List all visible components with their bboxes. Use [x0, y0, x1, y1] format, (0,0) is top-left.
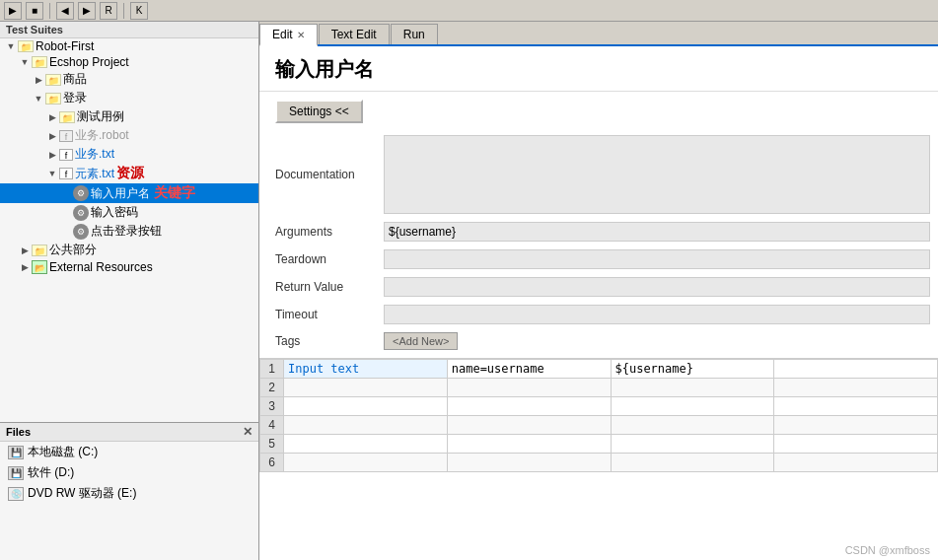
- tree-item-login[interactable]: ▼ 📁 登录: [0, 89, 258, 107]
- tree-item-business-robot[interactable]: ▶ f 业务.robot: [0, 126, 258, 145]
- kw-cell-4-1[interactable]: [284, 416, 448, 435]
- kw-cell-5-1[interactable]: [284, 435, 448, 454]
- drive-item-c[interactable]: 💾 本地磁盘 (C:): [0, 442, 258, 462]
- kw-cell-1-3[interactable]: ${username}: [611, 360, 774, 379]
- toolbar-btn-4[interactable]: ▶: [78, 2, 96, 20]
- toolbar-btn-5[interactable]: R: [100, 2, 117, 20]
- settings-button[interactable]: Settings <<: [275, 100, 363, 123]
- expand-business-txt[interactable]: ▶: [45, 148, 59, 162]
- tree-item-test-case[interactable]: ▶ 📁 测试用例: [0, 107, 258, 126]
- kw-cell-3-2[interactable]: [447, 397, 611, 416]
- drive-icon-e: 💿: [8, 487, 24, 501]
- kw-cell-6-4[interactable]: [774, 454, 938, 472]
- toolbar-btn-2[interactable]: ■: [26, 2, 43, 20]
- tree-item-input-password[interactable]: ⚙ 输入密码: [0, 203, 258, 222]
- kw-cell-6-2[interactable]: [447, 454, 611, 472]
- kw-cell-1-4[interactable]: [774, 360, 938, 379]
- timeout-input[interactable]: [384, 305, 930, 324]
- add-new-button[interactable]: <Add New>: [384, 332, 458, 350]
- files-title: Files: [6, 426, 31, 438]
- drive-item-e[interactable]: 💿 DVD RW 驱动器 (E:): [0, 483, 258, 504]
- row-num-4: 4: [260, 416, 284, 435]
- tree-item-business-txt[interactable]: ▶ f 业务.txt: [0, 145, 258, 164]
- tree-item-ecshop[interactable]: ▼ 📁 Ecshop Project: [0, 54, 258, 70]
- expand-elements-txt[interactable]: ▼: [45, 167, 59, 180]
- kw-cell-3-3[interactable]: [611, 397, 774, 416]
- tree-item-click-login[interactable]: ⚙ 点击登录按钮: [0, 222, 258, 241]
- kw-cell-3-1[interactable]: [284, 397, 448, 416]
- expand-business-robot[interactable]: ▶: [45, 129, 59, 143]
- kw-cell-1-1[interactable]: Input text: [284, 360, 448, 379]
- toolbar-btn-6[interactable]: K: [130, 2, 148, 20]
- tab-run[interactable]: Run: [391, 24, 438, 44]
- teardown-input[interactable]: [384, 249, 930, 269]
- toolbar: ▶ ■ ◀ ▶ R K: [0, 0, 938, 22]
- expand-external[interactable]: ▶: [18, 260, 32, 274]
- tree-item-elements-txt[interactable]: ▼ f 元素.txt 资源: [0, 164, 258, 183]
- files-header: Files ✕: [0, 423, 258, 442]
- files-section: Files ✕ 💾 本地磁盘 (C:) 💾 软件 (D:) 💿 DVD RW 驱…: [0, 422, 258, 560]
- file-icon-robot: f: [59, 130, 73, 142]
- keyword-badge-username: 关键字: [154, 184, 195, 202]
- gear-icon-password: ⚙: [73, 205, 89, 221]
- tree-label-ecshop: Ecshop Project: [49, 55, 129, 69]
- kw-cell-4-2[interactable]: [447, 416, 611, 435]
- tree-label-login: 登录: [63, 90, 87, 106]
- expand-ecshop[interactable]: ▼: [18, 55, 32, 69]
- tab-text-edit[interactable]: Text Edit: [319, 24, 390, 44]
- drive-item-d[interactable]: 💾 软件 (D:): [0, 462, 258, 483]
- tab-text-edit-label: Text Edit: [331, 28, 377, 41]
- drive-icon-c: 💾: [8, 446, 24, 459]
- form-row-timeout: Timeout: [259, 301, 938, 328]
- expand-input-password[interactable]: [59, 206, 73, 220]
- kw-cell-2-2[interactable]: [447, 379, 611, 397]
- kw-cell-2-3[interactable]: [611, 379, 774, 397]
- kw-table-row-3: 3: [260, 397, 938, 416]
- arguments-input[interactable]: [384, 222, 930, 242]
- expand-click-login[interactable]: [59, 225, 73, 239]
- documentation-input[interactable]: [384, 135, 930, 214]
- expand-robot-first[interactable]: ▼: [4, 39, 18, 53]
- kw-cell-2-1[interactable]: [284, 379, 448, 397]
- file-icon-txt: f: [59, 149, 73, 161]
- kw-cell-5-4[interactable]: [774, 435, 938, 454]
- toolbar-btn-1[interactable]: ▶: [4, 2, 22, 20]
- gear-icon-username: ⚙: [73, 185, 89, 201]
- expand-test-case[interactable]: ▶: [45, 110, 59, 124]
- kw-cell-4-4[interactable]: [774, 416, 938, 435]
- kw-cell-5-3[interactable]: [611, 435, 774, 454]
- kw-cell-2-4[interactable]: [774, 379, 938, 397]
- expand-goods[interactable]: ▶: [32, 73, 45, 87]
- expand-public[interactable]: ▶: [18, 244, 32, 257]
- return-input[interactable]: [384, 277, 930, 297]
- expand-input-username[interactable]: [59, 186, 73, 200]
- toolbar-btn-3[interactable]: ◀: [56, 2, 74, 20]
- tree-label-elements-txt: 元素.txt: [75, 166, 114, 182]
- kw-cell-1-2[interactable]: name=username: [447, 360, 611, 379]
- tree-item-input-username[interactable]: ⚙ 输入用户名 关键字: [0, 183, 258, 203]
- tree-header: Test Suites: [0, 22, 258, 38]
- kw-cell-5-2[interactable]: [447, 435, 611, 454]
- gear-icon-click: ⚙: [73, 224, 89, 240]
- tab-edit-close[interactable]: ✕: [297, 30, 305, 40]
- drive-label-d: 软件 (D:): [28, 464, 74, 481]
- kw-cell-4-3[interactable]: [611, 416, 774, 435]
- right-panel: Edit ✕ Text Edit Run 输入用户名 Settings << D…: [259, 22, 938, 560]
- kw-cell-6-1[interactable]: [284, 454, 448, 472]
- expand-login[interactable]: ▼: [32, 92, 45, 105]
- tree-item-robot-first[interactable]: ▼ 📁 Robot-First: [0, 38, 258, 54]
- form-row-tags: Tags <Add New>: [259, 328, 938, 354]
- row-num-2: 2: [260, 379, 284, 397]
- drive-icon-d: 💾: [8, 466, 24, 480]
- tree-item-public[interactable]: ▶ 📁 公共部分: [0, 241, 258, 259]
- kw-cell-6-3[interactable]: [611, 454, 774, 472]
- files-close-btn[interactable]: ✕: [243, 425, 253, 439]
- tree-label-robot-first: Robot-First: [36, 39, 94, 53]
- tree-item-goods[interactable]: ▶ 📁 商品: [0, 70, 258, 89]
- row-num-6: 6: [260, 454, 284, 472]
- watermark: CSDN @xmfboss: [845, 544, 930, 556]
- kw-cell-3-4[interactable]: [774, 397, 938, 416]
- folder-icon: 📁: [18, 40, 34, 52]
- tab-edit[interactable]: Edit ✕: [259, 24, 318, 46]
- tree-item-external[interactable]: ▶ 📂 External Resources: [0, 259, 258, 275]
